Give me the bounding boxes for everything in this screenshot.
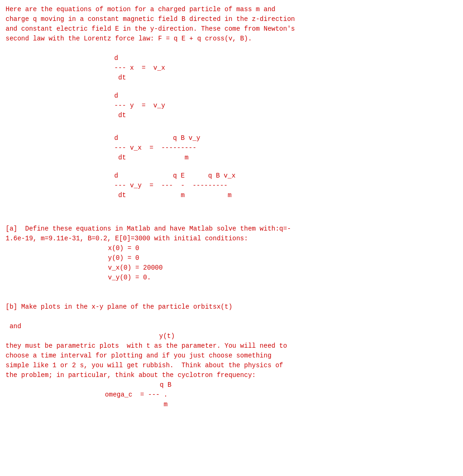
intro-text: Here are the equations of motion for a c…	[6, 5, 457, 44]
eq1-content: d --- x = v_x dt	[99, 53, 457, 83]
eq2-content: d --- y = v_y dt	[99, 91, 457, 120]
intro-paragraph: Here are the equations of motion for a c…	[6, 5, 457, 44]
yt-label-line: y(t)	[159, 331, 457, 341]
initial-conditions: x(0) = 0 y(0) = 0 v_x(0) = 20000 v_y(0) …	[108, 244, 457, 283]
xt-label: x(t)	[217, 302, 233, 312]
conditions-text: x(0) = 0 y(0) = 0 v_x(0) = 20000 v_y(0) …	[108, 244, 457, 283]
cyclotron-formula: q B omega_c = --- . m	[89, 380, 457, 410]
cyclotron-text: q B omega_c = --- . m	[89, 380, 457, 410]
equation-3: d q B v_y --- v_x = --------- dt m	[99, 133, 457, 163]
equation-4: d q E q B v_x --- v_y = --- - --------- …	[99, 171, 457, 200]
section-b-header-line: [b] Make plots in the x-y plane of the p…	[6, 302, 457, 322]
eq3-content: d q B v_y --- v_x = --------- dt m	[99, 133, 457, 163]
section-b: [b] Make plots in the x-y plane of the p…	[6, 302, 457, 410]
section-b-body: they must be parametric plots with t as …	[6, 341, 457, 380]
yt-label: y(t)	[159, 331, 457, 341]
equation-1: d --- x = v_x dt	[99, 53, 457, 83]
section-a: [a] Define these equations in Matlab and…	[6, 224, 457, 283]
section-b-header: [b] Make plots in the x-y plane of the p…	[6, 302, 217, 322]
section-a-header: [a] Define these equations in Matlab and…	[6, 224, 457, 244]
eq4-content: d q E q B v_x --- v_y = --- - --------- …	[99, 171, 457, 200]
and-text: and	[6, 322, 457, 331]
equation-2: d --- y = v_y dt	[99, 91, 457, 120]
